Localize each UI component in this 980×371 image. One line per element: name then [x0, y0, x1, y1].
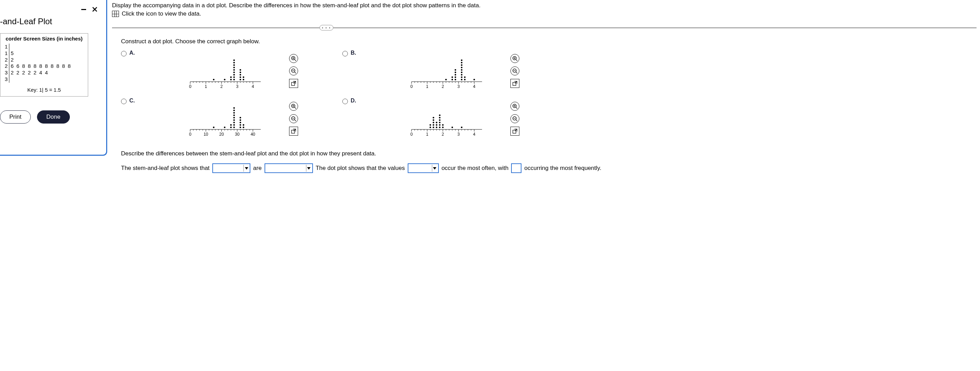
- zoom-out-icon[interactable]: [511, 114, 519, 123]
- svg-point-95: [461, 77, 463, 78]
- minimize-icon[interactable]: [80, 6, 88, 13]
- svg-point-213: [439, 115, 441, 116]
- svg-point-89: [455, 79, 457, 81]
- print-button[interactable]: Print: [0, 110, 31, 123]
- svg-point-98: [461, 69, 463, 71]
- svg-point-42: [234, 59, 235, 61]
- dotplot-c: 010203040: [139, 98, 298, 142]
- svg-line-55: [294, 72, 296, 74]
- svg-marker-228: [307, 167, 310, 170]
- svg-point-31: [224, 79, 226, 81]
- radio-c[interactable]: [121, 99, 127, 104]
- frequency-input[interactable]: [511, 163, 522, 173]
- zoom-out-icon[interactable]: [511, 66, 519, 75]
- svg-point-87: [452, 79, 453, 81]
- radio-d[interactable]: [342, 99, 348, 104]
- zoom-in-icon[interactable]: [289, 54, 298, 63]
- svg-point-152: [234, 112, 235, 114]
- svg-point-99: [461, 67, 463, 69]
- svg-text:30: 30: [235, 132, 240, 137]
- stem-leaf-modal: -and-Leaf Plot corder Screen Sizes (in i…: [0, 0, 107, 156]
- svg-point-146: [234, 127, 235, 128]
- view-data-link[interactable]: Click the icon to view the data.: [122, 10, 201, 17]
- dropdown-1[interactable]: [212, 163, 250, 173]
- svg-point-142: [213, 127, 215, 128]
- svg-point-143: [224, 127, 226, 128]
- sentence-part2: The dot plot shows that the values: [316, 165, 405, 172]
- svg-text:4: 4: [473, 132, 476, 137]
- question-prompt: Construct a dot plot. Choose the correct…: [121, 38, 977, 45]
- popout-icon[interactable]: [289, 79, 298, 88]
- svg-point-38: [234, 69, 235, 71]
- svg-point-35: [234, 77, 235, 78]
- svg-point-105: [473, 79, 475, 81]
- section-divider: • • •: [112, 28, 977, 29]
- svg-point-92: [455, 72, 457, 74]
- svg-point-154: [234, 107, 235, 109]
- main-content: Display the accompanying data in a dot p…: [108, 0, 980, 173]
- zoom-in-icon[interactable]: [511, 102, 519, 111]
- close-icon[interactable]: [91, 6, 99, 13]
- svg-line-167: [294, 120, 296, 121]
- fill-in-sentence: The stem-and-leaf plot shows that are Th…: [121, 163, 977, 173]
- svg-point-150: [234, 117, 235, 119]
- svg-marker-229: [433, 167, 436, 170]
- svg-point-212: [439, 117, 441, 119]
- svg-text:2: 2: [220, 84, 223, 89]
- dotplot-b: 01234: [360, 50, 519, 95]
- svg-text:4: 4: [252, 84, 254, 89]
- option-label-d: D.: [351, 98, 358, 104]
- svg-point-37: [234, 72, 235, 74]
- popout-icon[interactable]: [289, 127, 298, 136]
- svg-line-219: [516, 107, 517, 109]
- svg-point-39: [234, 67, 235, 69]
- svg-line-51: [294, 59, 296, 61]
- svg-point-88: [452, 77, 453, 78]
- svg-line-111: [516, 72, 517, 74]
- zoom-in-icon[interactable]: [289, 102, 298, 111]
- svg-text:1: 1: [426, 84, 428, 89]
- popout-icon[interactable]: [511, 127, 519, 136]
- svg-point-144: [230, 127, 232, 128]
- svg-point-45: [240, 74, 241, 76]
- zoom-out-icon[interactable]: [289, 114, 298, 123]
- zoom-out-icon[interactable]: [289, 66, 298, 75]
- dropdown-3[interactable]: [408, 163, 439, 173]
- svg-point-202: [433, 122, 434, 123]
- svg-point-34: [234, 79, 235, 81]
- dropdown-2[interactable]: [264, 163, 313, 173]
- svg-point-157: [240, 122, 241, 123]
- svg-point-210: [439, 122, 441, 123]
- svg-point-97: [461, 72, 463, 74]
- svg-point-201: [433, 124, 434, 126]
- svg-point-100: [461, 64, 463, 66]
- radio-a[interactable]: [121, 51, 127, 56]
- popout-icon[interactable]: [511, 79, 519, 88]
- svg-point-217: [461, 127, 463, 128]
- dotplot-a: 01234: [139, 50, 298, 95]
- svg-point-204: [433, 117, 434, 119]
- svg-point-156: [240, 124, 241, 126]
- svg-point-103: [464, 79, 466, 81]
- sentence-part1: The stem-and-leaf plot shows that: [121, 165, 210, 172]
- sentence-mid: are: [253, 165, 262, 172]
- svg-rect-0: [81, 9, 86, 10]
- svg-point-41: [234, 62, 235, 64]
- done-button[interactable]: Done: [37, 110, 70, 123]
- svg-point-86: [445, 79, 447, 81]
- expand-pill[interactable]: • • •: [320, 25, 333, 30]
- radio-b[interactable]: [342, 51, 348, 56]
- svg-point-159: [240, 117, 241, 119]
- option-label-c: C.: [129, 98, 136, 104]
- svg-point-214: [442, 127, 444, 128]
- svg-point-145: [230, 124, 232, 126]
- svg-marker-227: [245, 167, 248, 170]
- data-table-icon[interactable]: [112, 11, 119, 17]
- svg-point-40: [234, 64, 235, 66]
- stem-leaf-table: 1152226 6 8 8 8 8 8 8 8 8 832 2 2 2 2 4 …: [3, 43, 85, 83]
- svg-point-203: [433, 119, 434, 121]
- option-label-a: A.: [129, 50, 136, 56]
- svg-point-93: [455, 69, 457, 71]
- svg-text:1: 1: [205, 84, 207, 89]
- zoom-in-icon[interactable]: [511, 54, 519, 63]
